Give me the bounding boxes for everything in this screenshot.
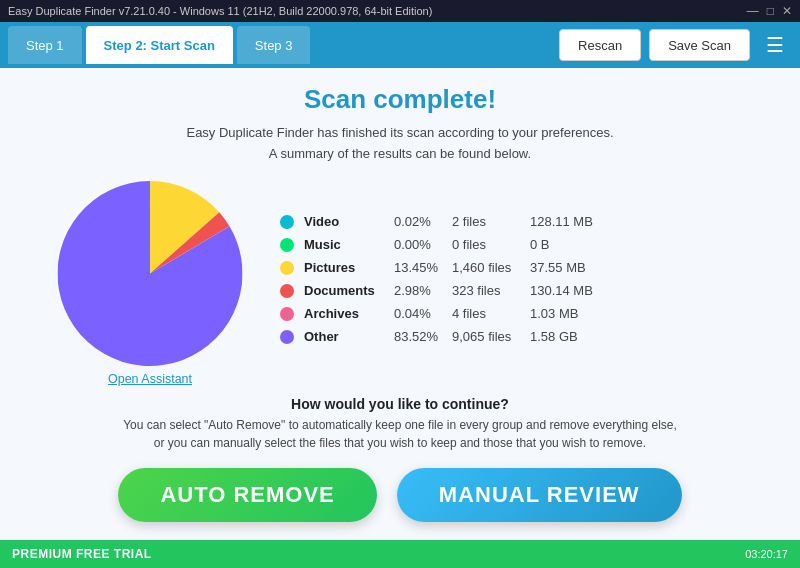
legend-row: Archives 0.04% 4 files 1.03 MB	[280, 306, 760, 321]
window-controls: — □ ✕	[747, 4, 792, 18]
time-label: 03:20:17	[745, 548, 788, 560]
legend-name: Pictures	[304, 260, 394, 275]
legend-row: Music 0.00% 0 files 0 B	[280, 237, 760, 252]
legend-size: 1.03 MB	[530, 306, 610, 321]
legend-row: Video 0.02% 2 files 128.11 MB	[280, 214, 760, 229]
subtitle-line1: Easy Duplicate Finder has finished its s…	[186, 125, 613, 140]
how-section: How would you like to continue? You can …	[123, 396, 677, 452]
legend-dot	[280, 330, 294, 344]
how-desc: You can select "Auto Remove" to automati…	[123, 416, 677, 452]
legend-size: 37.55 MB	[530, 260, 610, 275]
step3-tab[interactable]: Step 3	[237, 26, 311, 64]
nav-right: Rescan Save Scan ☰	[559, 29, 792, 61]
legend-name: Other	[304, 329, 394, 344]
premium-label: PREMIUM FREE TRIAL	[12, 547, 152, 561]
legend-pct: 0.02%	[394, 214, 452, 229]
legend-name: Documents	[304, 283, 394, 298]
footer: PREMIUM FREE TRIAL 03:20:17	[0, 540, 800, 568]
menu-icon[interactable]: ☰	[758, 29, 792, 61]
main-content: Scan complete! Easy Duplicate Finder has…	[0, 68, 800, 540]
legend-size: 1.58 GB	[530, 329, 610, 344]
legend-row: Other 83.52% 9,065 files 1.58 GB	[280, 329, 760, 344]
legend-name: Music	[304, 237, 394, 252]
maximize-button[interactable]: □	[767, 4, 774, 18]
legend-pct: 0.04%	[394, 306, 452, 321]
legend-size: 128.11 MB	[530, 214, 610, 229]
pie-chart	[58, 173, 243, 373]
legend-files: 323 files	[452, 283, 530, 298]
auto-remove-button[interactable]: AUTO REMOVE	[118, 468, 376, 522]
app-title: Easy Duplicate Finder v7.21.0.40 - Windo…	[8, 5, 432, 17]
save-scan-button[interactable]: Save Scan	[649, 29, 750, 61]
legend-size: 130.14 MB	[530, 283, 610, 298]
nav-bar: Step 1 Step 2: Start Scan Step 3 Rescan …	[0, 22, 800, 68]
step2-tab[interactable]: Step 2: Start Scan	[86, 26, 233, 64]
open-assistant-link[interactable]: Open Assistant	[108, 372, 192, 386]
legend-files: 1,460 files	[452, 260, 530, 275]
legend-pct: 2.98%	[394, 283, 452, 298]
step1-tab[interactable]: Step 1	[8, 26, 82, 64]
legend-files: 0 files	[452, 237, 530, 252]
legend-name: Archives	[304, 306, 394, 321]
subtitle-line2: A summary of the results can be found be…	[269, 146, 531, 161]
minimize-button[interactable]: —	[747, 4, 759, 18]
content-row: Open Assistant Video 0.02% 2 files 128.1…	[40, 181, 760, 386]
title-bar: Easy Duplicate Finder v7.21.0.40 - Windo…	[0, 0, 800, 22]
legend-dot	[280, 215, 294, 229]
legend-files: 4 files	[452, 306, 530, 321]
legend-pct: 13.45%	[394, 260, 452, 275]
legend-dot	[280, 261, 294, 275]
scan-title: Scan complete!	[304, 84, 496, 115]
how-title: How would you like to continue?	[123, 396, 677, 412]
legend: Video 0.02% 2 files 128.11 MB Music 0.00…	[280, 214, 760, 352]
close-button[interactable]: ✕	[782, 4, 792, 18]
scan-subtitle: Easy Duplicate Finder has finished its s…	[186, 123, 613, 165]
manual-review-button[interactable]: MANUAL REVIEW	[397, 468, 682, 522]
legend-dot	[280, 284, 294, 298]
legend-row: Documents 2.98% 323 files 130.14 MB	[280, 283, 760, 298]
legend-size: 0 B	[530, 237, 610, 252]
legend-files: 2 files	[452, 214, 530, 229]
legend-dot	[280, 238, 294, 252]
legend-name: Video	[304, 214, 394, 229]
legend-pct: 0.00%	[394, 237, 452, 252]
rescan-button[interactable]: Rescan	[559, 29, 641, 61]
legend-row: Pictures 13.45% 1,460 files 37.55 MB	[280, 260, 760, 275]
action-buttons: AUTO REMOVE MANUAL REVIEW	[118, 468, 681, 522]
legend-files: 9,065 files	[452, 329, 530, 344]
legend-pct: 83.52%	[394, 329, 452, 344]
pie-area: Open Assistant	[40, 181, 260, 386]
legend-dot	[280, 307, 294, 321]
